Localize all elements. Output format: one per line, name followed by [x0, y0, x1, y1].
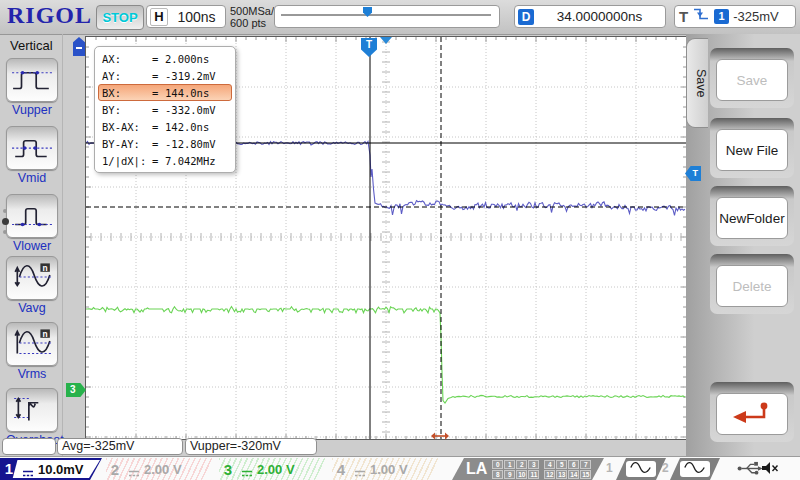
cursor-row-ay: AY:=-319.2mV	[98, 67, 232, 84]
vupper-button[interactable]	[6, 58, 58, 102]
menu-item-vmid[interactable]: Vmid	[6, 126, 58, 185]
menu-item-vlower[interactable]: Vlower	[6, 194, 58, 253]
la-label: LA	[466, 460, 487, 478]
vrms-button[interactable]: n	[6, 322, 58, 366]
source-1-label: 1	[606, 461, 613, 475]
rms-sine-icon: n	[11, 326, 53, 362]
softkey-newfolder[interactable]: NewFolder	[710, 186, 794, 246]
channel-4-scale: 1.00 V	[370, 462, 408, 477]
top-status-bar: RIGOL STOP H 100ns 500MSa/s 600 pts D 34…	[0, 0, 800, 35]
channel-3-number: 3	[219, 461, 237, 478]
cursor-row-bx: BX:=144.0ns	[98, 84, 232, 101]
return-arrow-icon	[729, 400, 775, 429]
overshoot-button[interactable]	[6, 388, 58, 432]
menu-item-label: Vavg	[6, 301, 58, 315]
softkey-new-file[interactable]: New File	[710, 118, 794, 178]
dc-coupling-icon	[240, 464, 254, 474]
channel-3-scale: 2.00 V	[257, 462, 295, 477]
menu-item-vavg[interactable]: nVavg	[6, 256, 58, 315]
measure-label-vupper: Vupper=-320mV	[185, 438, 317, 455]
vmid-button[interactable]	[6, 126, 58, 170]
dc-coupling-icon	[127, 464, 141, 474]
ch1-offscreen-position-marker[interactable]	[73, 37, 85, 56]
channel-1-indicator[interactable]: 110.0mV	[0, 458, 102, 480]
horizontal-label: H	[150, 8, 168, 26]
svg-text:n: n	[43, 329, 48, 339]
channel-4-number: 4	[332, 461, 350, 478]
memory-waveform-icon	[277, 8, 497, 27]
trigger-info-box[interactable]: T 1 -325mV	[674, 5, 796, 28]
menu-item-vrms[interactable]: nVrms	[6, 322, 58, 381]
run-state-indicator[interactable]: STOP	[96, 5, 144, 30]
cursor-row-1dx: 1/|dX|:=7.042MHz	[98, 152, 232, 169]
delete-button[interactable]: Delete	[716, 265, 788, 307]
acquisition-info: 500MSa/s 600 pts	[230, 5, 280, 29]
menu-item-vupper[interactable]: Vupper	[6, 58, 58, 117]
dc-coupling-icon	[353, 464, 367, 474]
cursor-row-ax: AX:=2.000ns	[98, 50, 232, 67]
waveform-display[interactable]: AX:=2.000nsAY:=-319.2mVBX:=144.0nsBY:=-3…	[85, 36, 687, 440]
back-button[interactable]	[716, 393, 788, 435]
digital-channel-grid: 0123891011456712131415	[492, 460, 591, 479]
usb-icon	[736, 461, 763, 480]
trigger-level-value: -325mV	[733, 9, 779, 24]
menu-item-label: Vrms	[6, 367, 58, 381]
softkey-back[interactable]	[710, 382, 794, 442]
menu-item-label: Vlower	[6, 239, 58, 253]
menu-tab-save[interactable]: Save	[686, 38, 708, 128]
rigol-logo: RIGOL	[7, 2, 92, 29]
source-2-output[interactable]	[670, 458, 720, 480]
vlower-button[interactable]	[6, 194, 58, 238]
channel-status-bar: 110.0mV22.00 V32.00 V41.00 VLA0123891011…	[0, 456, 800, 480]
measure-label-empty	[2, 438, 56, 455]
horizontal-timebase-box[interactable]: H 100ns	[146, 5, 226, 28]
save-button[interactable]: Save	[716, 59, 788, 101]
menu-page-dots	[1, 204, 9, 239]
cursor-row-by: BY:=-332.0mV	[98, 101, 232, 118]
memory-position-bar[interactable]	[274, 5, 500, 28]
ch3-position-marker[interactable]: 3	[66, 383, 86, 397]
pulse-top-icon	[11, 62, 53, 98]
dc-coupling-icon	[21, 464, 35, 474]
channel-4-indicator[interactable]: 41.00 V	[332, 458, 440, 480]
new-file-button[interactable]: New File	[716, 129, 788, 171]
sine-icon	[683, 460, 707, 478]
channel-2-number: 2	[106, 461, 124, 478]
oscilloscope-app: RIGOL STOP H 100ns 500MSa/s 600 pts D 34…	[0, 0, 800, 480]
softkey-delete[interactable]: Delete	[710, 254, 794, 314]
menu-item-label: Vupper	[6, 103, 58, 117]
cursor-b-drag-handle[interactable]	[430, 427, 450, 445]
avg-sine-icon: n	[11, 260, 53, 296]
vertical-measure-menu: Vertical VupperVmidVlowernVavgnVrmsOvers…	[0, 34, 63, 458]
newfolder-button[interactable]: NewFolder	[716, 197, 788, 239]
vavg-button[interactable]: n	[6, 256, 58, 300]
channel-1-number: 1	[0, 458, 18, 480]
menu-title: Vertical	[10, 38, 62, 53]
overshoot-icon	[11, 392, 53, 428]
channel-2-scale: 2.00 V	[144, 462, 182, 477]
softkey-panel: Save SaveNew FileNewFolderDelete	[686, 34, 800, 458]
cursor-row-bx-ax: BX-AX:=142.0ns	[98, 118, 232, 135]
channel-2-indicator[interactable]: 22.00 V	[106, 458, 214, 480]
trigger-delay-box[interactable]: D 34.0000000ns	[514, 5, 666, 28]
source-1-output[interactable]	[616, 458, 666, 480]
svg-text:n: n	[43, 263, 48, 273]
softkey-save[interactable]: Save	[710, 48, 794, 108]
speaker-muted-icon	[760, 461, 779, 480]
falling-edge-icon	[692, 7, 710, 26]
measure-label-avg: Avg=-325mV	[57, 438, 183, 455]
sine-icon	[629, 460, 653, 478]
delay-label: D	[518, 9, 534, 25]
cursor-readout-box: AX:=2.000nsAY:=-319.2mVBX:=144.0nsBY:=-3…	[94, 46, 236, 173]
pulse-bottom-icon	[11, 198, 53, 234]
memory-depth: 600 pts	[230, 17, 280, 29]
timebase-value: 100ns	[168, 9, 225, 25]
delay-value: 34.0000000ns	[534, 9, 665, 24]
trigger-label: T	[679, 8, 688, 25]
menu-item-label: Vmid	[6, 171, 58, 185]
channel-3-indicator[interactable]: 32.00 V	[219, 458, 327, 480]
logic-analyzer-indicator[interactable]: LA0123891011456712131415	[452, 458, 604, 480]
source-2-label: 2	[662, 461, 669, 475]
pulse-mid-icon	[11, 130, 53, 166]
trigger-source-badge: 1	[714, 9, 729, 24]
